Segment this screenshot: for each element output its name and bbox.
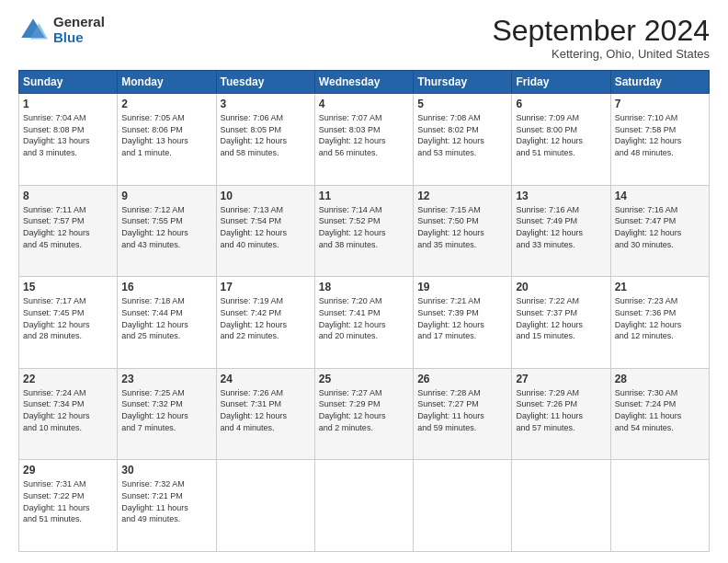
day-info: Sunrise: 7:15 AMSunset: 7:50 PMDaylight:… [417,204,507,250]
day-info: Sunrise: 7:05 AMSunset: 8:06 PMDaylight:… [121,112,211,158]
logo-text: General Blue [53,15,105,45]
day-number: 5 [417,98,507,110]
day-number: 22 [23,373,113,385]
day-number: 11 [319,190,409,202]
day-info: Sunrise: 7:25 AMSunset: 7:32 PMDaylight:… [121,387,211,433]
table-row: 24Sunrise: 7:26 AMSunset: 7:31 PMDayligh… [216,368,314,460]
day-number: 18 [319,281,409,293]
day-info: Sunrise: 7:14 AMSunset: 7:52 PMDaylight:… [319,204,409,250]
table-row: 28Sunrise: 7:30 AMSunset: 7:24 PMDayligh… [610,368,709,460]
day-info: Sunrise: 7:29 AMSunset: 7:26 PMDaylight:… [516,387,606,433]
table-row: 4Sunrise: 7:07 AMSunset: 8:03 PMDaylight… [314,94,413,186]
col-saturday: Saturday [610,71,709,94]
day-number: 3 [221,98,311,110]
day-info: Sunrise: 7:20 AMSunset: 7:41 PMDaylight:… [319,295,409,341]
table-row: 14Sunrise: 7:16 AMSunset: 7:47 PMDayligh… [610,185,709,277]
main-title: September 2024 [492,15,710,47]
table-row [414,460,512,552]
day-number: 13 [516,190,606,202]
logo-general-label: General [53,15,105,30]
day-number: 9 [121,190,211,202]
table-row: 1Sunrise: 7:04 AMSunset: 8:08 PMDaylight… [19,94,118,186]
day-number: 30 [121,464,211,477]
col-sunday: Sunday [19,71,118,94]
day-number: 7 [615,98,705,110]
day-number: 20 [516,281,606,293]
calendar-week-row: 22Sunrise: 7:24 AMSunset: 7:34 PMDayligh… [19,368,710,460]
table-row: 15Sunrise: 7:17 AMSunset: 7:45 PMDayligh… [19,277,118,369]
col-friday: Friday [512,71,610,94]
table-row: 21Sunrise: 7:23 AMSunset: 7:36 PMDayligh… [610,277,709,369]
day-number: 27 [516,373,606,385]
table-row: 25Sunrise: 7:27 AMSunset: 7:29 PMDayligh… [314,368,413,460]
day-number: 14 [615,190,705,202]
day-info: Sunrise: 7:16 AMSunset: 7:49 PMDaylight:… [516,204,606,250]
col-tuesday: Tuesday [216,71,314,94]
day-number: 26 [417,373,507,385]
day-number: 28 [615,373,705,385]
day-info: Sunrise: 7:32 AMSunset: 7:21 PMDaylight:… [121,478,211,524]
calendar-table: Sunday Monday Tuesday Wednesday Thursday… [18,70,710,552]
table-row: 10Sunrise: 7:13 AMSunset: 7:54 PMDayligh… [216,185,314,277]
day-number: 1 [23,98,113,110]
table-row [216,460,314,552]
day-info: Sunrise: 7:04 AMSunset: 8:08 PMDaylight:… [23,112,113,158]
logo-icon [18,16,48,45]
logo-blue-label: Blue [53,30,105,46]
table-row: 29Sunrise: 7:31 AMSunset: 7:22 PMDayligh… [19,460,118,552]
day-number: 21 [615,281,705,293]
table-row: 11Sunrise: 7:14 AMSunset: 7:52 PMDayligh… [314,185,413,277]
table-row: 5Sunrise: 7:08 AMSunset: 8:02 PMDaylight… [414,94,512,186]
calendar-week-row: 8Sunrise: 7:11 AMSunset: 7:57 PMDaylight… [19,185,710,277]
table-row: 7Sunrise: 7:10 AMSunset: 7:58 PMDaylight… [610,94,709,186]
table-row: 13Sunrise: 7:16 AMSunset: 7:49 PMDayligh… [512,185,610,277]
table-row: 20Sunrise: 7:22 AMSunset: 7:37 PMDayligh… [512,277,610,369]
day-info: Sunrise: 7:12 AMSunset: 7:55 PMDaylight:… [121,204,211,250]
day-number: 17 [221,281,311,293]
page: General Blue September 2024 Kettering, O… [0,0,728,563]
table-row: 22Sunrise: 7:24 AMSunset: 7:34 PMDayligh… [19,368,118,460]
day-info: Sunrise: 7:27 AMSunset: 7:29 PMDaylight:… [319,387,409,433]
day-info: Sunrise: 7:22 AMSunset: 7:37 PMDaylight:… [516,295,606,341]
day-info: Sunrise: 7:10 AMSunset: 7:58 PMDaylight:… [615,112,705,158]
day-number: 24 [221,373,311,385]
day-info: Sunrise: 7:13 AMSunset: 7:54 PMDaylight:… [221,204,311,250]
day-info: Sunrise: 7:28 AMSunset: 7:27 PMDaylight:… [417,387,507,433]
table-row: 19Sunrise: 7:21 AMSunset: 7:39 PMDayligh… [414,277,512,369]
col-thursday: Thursday [414,71,512,94]
day-info: Sunrise: 7:06 AMSunset: 8:05 PMDaylight:… [221,112,311,158]
table-row: 2Sunrise: 7:05 AMSunset: 8:06 PMDaylight… [118,94,216,186]
table-row: 8Sunrise: 7:11 AMSunset: 7:57 PMDaylight… [19,185,118,277]
day-number: 8 [23,190,113,202]
day-info: Sunrise: 7:07 AMSunset: 8:03 PMDaylight:… [319,112,409,158]
calendar-week-row: 29Sunrise: 7:31 AMSunset: 7:22 PMDayligh… [19,460,710,552]
table-row: 9Sunrise: 7:12 AMSunset: 7:55 PMDaylight… [118,185,216,277]
day-number: 29 [23,464,113,477]
table-row: 17Sunrise: 7:19 AMSunset: 7:42 PMDayligh… [216,277,314,369]
table-row: 30Sunrise: 7:32 AMSunset: 7:21 PMDayligh… [118,460,216,552]
day-info: Sunrise: 7:17 AMSunset: 7:45 PMDaylight:… [23,295,113,341]
table-row: 26Sunrise: 7:28 AMSunset: 7:27 PMDayligh… [414,368,512,460]
header: General Blue September 2024 Kettering, O… [18,15,710,61]
day-info: Sunrise: 7:19 AMSunset: 7:42 PMDaylight:… [221,295,311,341]
table-row: 3Sunrise: 7:06 AMSunset: 8:05 PMDaylight… [216,94,314,186]
table-row: 18Sunrise: 7:20 AMSunset: 7:41 PMDayligh… [314,277,413,369]
day-info: Sunrise: 7:24 AMSunset: 7:34 PMDaylight:… [23,387,113,433]
table-row: 23Sunrise: 7:25 AMSunset: 7:32 PMDayligh… [118,368,216,460]
day-number: 25 [319,373,409,385]
day-info: Sunrise: 7:31 AMSunset: 7:22 PMDaylight:… [23,478,113,524]
calendar-header-row: Sunday Monday Tuesday Wednesday Thursday… [19,71,710,94]
table-row: 6Sunrise: 7:09 AMSunset: 8:00 PMDaylight… [512,94,610,186]
title-block: September 2024 Kettering, Ohio, United S… [492,15,710,61]
calendar-week-row: 1Sunrise: 7:04 AMSunset: 8:08 PMDaylight… [19,94,710,186]
day-info: Sunrise: 7:23 AMSunset: 7:36 PMDaylight:… [615,295,705,341]
col-wednesday: Wednesday [314,71,413,94]
subtitle: Kettering, Ohio, United States [492,47,710,61]
table-row [512,460,610,552]
col-monday: Monday [118,71,216,94]
day-info: Sunrise: 7:30 AMSunset: 7:24 PMDaylight:… [615,387,705,433]
day-info: Sunrise: 7:18 AMSunset: 7:44 PMDaylight:… [121,295,211,341]
logo: General Blue [18,15,105,45]
table-row: 16Sunrise: 7:18 AMSunset: 7:44 PMDayligh… [118,277,216,369]
calendar-week-row: 15Sunrise: 7:17 AMSunset: 7:45 PMDayligh… [19,277,710,369]
